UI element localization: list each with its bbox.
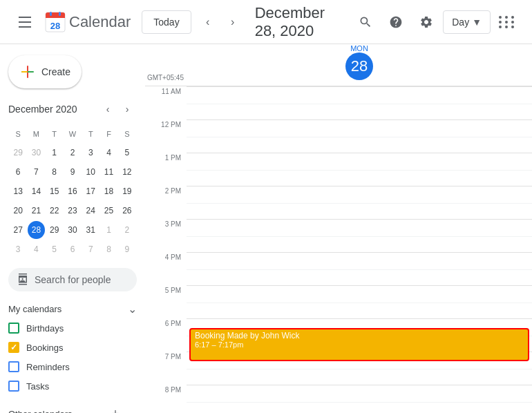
help-button[interactable] (382, 8, 410, 36)
mini-cal-day[interactable]: 29 (10, 144, 26, 162)
main-content: Create December 2020 ‹ › SMTWTFS 2930123… (0, 44, 532, 413)
event-title: Booking Made by John Wick (195, 331, 524, 340)
gmt-label: GMT+05:45 (145, 74, 187, 83)
search-people-button[interactable]: Search for people (8, 268, 137, 291)
mini-cal-day[interactable]: 16 (64, 182, 81, 200)
mini-cal-day[interactable]: 14 (28, 182, 44, 200)
mini-cal-day[interactable]: 30 (28, 144, 44, 162)
mini-cal-day[interactable]: 15 (46, 182, 63, 200)
my-calendars-header[interactable]: My calendars ⌄ (0, 300, 145, 318)
hour-line (187, 285, 532, 318)
event-time: 6:17 – 7:17pm (195, 340, 524, 349)
mini-cal-day[interactable]: 4 (28, 240, 44, 258)
mini-cal-day[interactable]: 31 (82, 221, 99, 239)
mini-cal-day[interactable]: 2 (64, 144, 81, 162)
logo-icon: 28 (44, 11, 66, 33)
day-col-header: MON 28 (187, 44, 532, 83)
booking-event[interactable]: Booking Made by John Wick 6:17 – 7:17pm (189, 328, 529, 361)
mini-cal-day[interactable]: 26 (119, 202, 135, 220)
apps-button[interactable] (493, 8, 521, 36)
other-calendars-title: Other calendars (8, 409, 103, 414)
today-button[interactable]: Today (142, 10, 191, 34)
mini-cal-day[interactable]: 24 (82, 202, 99, 220)
mini-cal-day[interactable]: 2 (119, 221, 135, 239)
mini-cal-day[interactable]: 27 (10, 221, 26, 239)
mini-cal-day[interactable]: 25 (100, 202, 117, 220)
mini-cal-day[interactable]: 4 (100, 144, 117, 162)
settings-button[interactable] (412, 8, 440, 36)
add-other-calendar-icon[interactable]: + (106, 404, 125, 413)
app-name-label: Calendar (69, 13, 131, 31)
mini-cal-title: December 2020 (8, 104, 77, 115)
app-header: 28 Calendar Today ‹ › December 28, 2020 … (0, 0, 532, 44)
view-selector[interactable]: Day ▼ (443, 10, 491, 34)
mini-cal-day[interactable]: 22 (46, 202, 63, 220)
mini-cal-day[interactable]: 3 (82, 144, 99, 162)
mini-cal-day[interactable]: 12 (119, 163, 135, 181)
my-calendar-item[interactable]: ✓ Bookings (0, 338, 145, 357)
svg-rect-8 (21, 71, 28, 73)
mini-cal-day[interactable]: 20 (10, 202, 26, 220)
calendar-label: Tasks (26, 381, 49, 392)
day-header: GMT+05:45 MON 28 (145, 44, 532, 86)
calendar-label: Bookings (26, 343, 63, 353)
calendar-label: Reminders (26, 362, 70, 372)
calendar-checkbox[interactable]: ✓ (8, 342, 19, 353)
chevron-down-icon: ▼ (472, 17, 482, 28)
time-label: 1 PM (145, 153, 187, 186)
calendar-checkbox[interactable] (8, 323, 19, 334)
mini-cal-day[interactable]: 3 (10, 240, 26, 258)
menu-button[interactable] (11, 8, 39, 36)
time-label: 6 PM (145, 318, 187, 352)
my-calendar-item[interactable]: Tasks (0, 376, 145, 396)
hour-line (187, 153, 532, 186)
search-button[interactable] (352, 8, 379, 36)
half-hour-line (187, 170, 532, 171)
mini-cal-day[interactable]: 7 (82, 240, 99, 258)
mini-cal-day[interactable]: 30 (64, 221, 81, 239)
mini-cal-header: December 2020 ‹ › (8, 99, 137, 119)
my-calendars-section: My calendars ⌄ Birthdays ✓ Bookings Remi… (0, 300, 145, 396)
mini-cal-day[interactable]: 28 (28, 221, 44, 239)
hour-line (187, 119, 532, 153)
calendar-checkbox[interactable] (8, 361, 19, 372)
mini-cal-day[interactable]: 6 (10, 163, 26, 181)
mini-cal-day[interactable]: 5 (46, 240, 63, 258)
mini-cal-prev[interactable]: ‹ (98, 99, 117, 119)
mini-cal-day[interactable]: 9 (64, 163, 81, 181)
half-hour-line (187, 402, 532, 403)
half-hour-line (187, 104, 532, 104)
mini-cal-next[interactable]: › (117, 99, 137, 119)
mini-cal-day[interactable]: 29 (46, 221, 63, 239)
mini-cal-day[interactable]: 9 (119, 240, 135, 258)
mini-cal-day[interactable]: 17 (82, 182, 99, 200)
mini-cal-day[interactable]: 1 (100, 221, 117, 239)
mini-cal-day[interactable]: 1 (46, 144, 63, 162)
mini-cal-day[interactable]: 5 (119, 144, 135, 162)
my-calendar-item[interactable]: Birthdays (0, 318, 145, 338)
mini-cal-day[interactable]: 10 (82, 163, 99, 181)
mini-cal-day[interactable]: 7 (28, 163, 44, 181)
svg-rect-4 (50, 12, 52, 16)
day-number[interactable]: 28 (345, 52, 373, 80)
hour-line (187, 86, 532, 119)
svg-rect-2 (46, 12, 65, 18)
mini-cal-day[interactable]: 6 (64, 240, 81, 258)
calendar-checkbox[interactable] (8, 381, 19, 392)
my-calendar-item[interactable]: Reminders (0, 357, 145, 376)
mini-calendar: December 2020 ‹ › SMTWTFS 29301234567891… (0, 99, 145, 260)
mini-cal-day[interactable]: 8 (46, 163, 63, 181)
mini-cal-day[interactable]: 18 (100, 182, 117, 200)
my-calendars-chevron-icon: ⌄ (128, 302, 137, 316)
prev-button[interactable]: ‹ (197, 11, 219, 33)
other-calendars-header[interactable]: Other calendars + ⌄ (0, 401, 145, 413)
mini-cal-day[interactable]: 11 (100, 163, 117, 181)
mini-cal-day[interactable]: 19 (119, 182, 135, 200)
half-hour-line (187, 236, 532, 237)
mini-cal-day[interactable]: 21 (28, 202, 44, 220)
create-button[interactable]: Create (8, 55, 82, 88)
mini-cal-day[interactable]: 8 (100, 240, 117, 258)
next-button[interactable]: › (222, 11, 244, 33)
mini-cal-day[interactable]: 13 (10, 182, 26, 200)
mini-cal-day[interactable]: 23 (64, 202, 81, 220)
